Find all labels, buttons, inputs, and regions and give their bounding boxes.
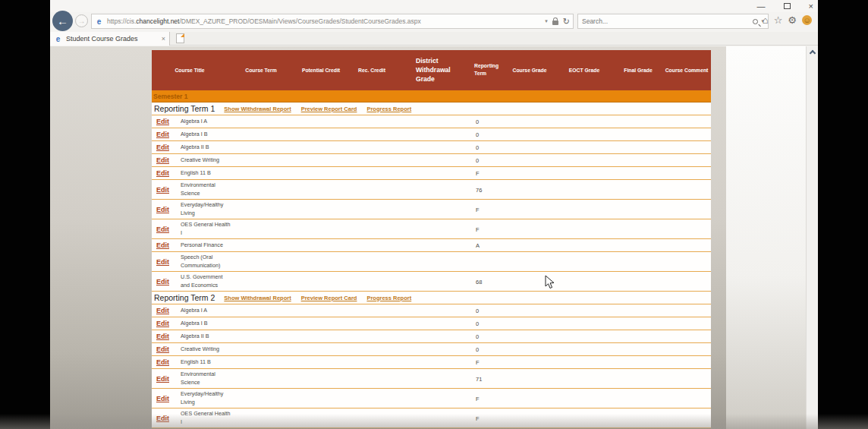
page-content: Course Title Course Term Potential Credi…: [50, 46, 806, 429]
vertical-scrollbar[interactable]: [806, 46, 818, 429]
search-icon[interactable]: [753, 19, 758, 24]
reporting-term-label: Reporting Term 1: [154, 104, 215, 113]
table-row: EditU.S. Government and Economics68: [152, 272, 711, 292]
edit-link[interactable]: Edit: [156, 186, 169, 194]
course-grades-table: Course Title Course Term Potential Credi…: [152, 50, 711, 428]
course-title-cell: Algebra I B: [181, 130, 310, 139]
search-box[interactable]: ▾: [577, 14, 769, 29]
table-row: EditAlgebra I B0: [152, 317, 711, 330]
course-title-cell: Everyday/Healthy Living: [181, 390, 310, 407]
course-title-cell: OES General Health I: [181, 220, 310, 238]
edit-link[interactable]: Edit: [156, 307, 169, 314]
forward-button[interactable]: →: [75, 14, 88, 27]
table-row: EditEveryday/Healthy LivingF: [152, 200, 711, 219]
table-row: EditCreative Writing0: [152, 154, 711, 167]
edit-link[interactable]: Edit: [156, 241, 169, 249]
show-withdrawal-report-link[interactable]: Show Withdrawal Report: [224, 106, 291, 112]
tab-student-course-grades[interactable]: e Student Course Grades ×: [50, 32, 170, 46]
course-title-cell: Personal Finance: [181, 241, 310, 250]
table-row: EditAlgebra I A0: [152, 304, 711, 317]
semester-bar: Semester 1: [152, 90, 711, 103]
table-row: EditEnglish 11 BF: [152, 356, 711, 369]
close-button[interactable]: ×: [809, 2, 813, 11]
grade-cell: F: [476, 170, 480, 177]
settings-gear-icon[interactable]: ⚙: [788, 15, 797, 25]
edit-link[interactable]: Edit: [156, 320, 169, 327]
search-input[interactable]: [582, 17, 753, 25]
page-favicon-icon: e: [95, 17, 103, 26]
course-title-cell: Algebra I A: [181, 306, 310, 315]
grade-cell: 76: [476, 186, 482, 193]
page-right-panel: [726, 46, 806, 429]
course-title-cell: Algebra I B: [181, 319, 310, 328]
table-row: EditAlgebra I B0: [152, 128, 711, 141]
grade-cell: 0: [476, 320, 479, 327]
edit-link[interactable]: Edit: [156, 395, 169, 402]
course-title-cell: Speech (Oral Communication): [181, 253, 310, 270]
show-withdrawal-report-link[interactable]: Show Withdrawal Report: [224, 295, 291, 301]
progress-report-link[interactable]: Progress Report: [366, 106, 411, 112]
semester-label: Semester 1: [153, 93, 187, 100]
edit-link[interactable]: Edit: [156, 169, 169, 177]
grade-cell: F: [476, 415, 480, 421]
course-title-cell: U.S. Government and Economics: [181, 273, 310, 290]
table-row: EditEnglish 11 BF: [152, 167, 711, 180]
column-header-course-term: Course Term: [231, 66, 291, 74]
refresh-icon[interactable]: ↻: [563, 17, 570, 26]
edit-link[interactable]: Edit: [156, 375, 169, 383]
edit-link[interactable]: Edit: [156, 358, 169, 366]
grade-cell: 0: [476, 131, 479, 138]
edit-link[interactable]: Edit: [156, 278, 169, 285]
url-text: https://cis.chancelight.net/DMEX_AZURE_P…: [107, 17, 542, 25]
edit-link[interactable]: Edit: [156, 144, 169, 151]
scrollbar-up-arrow-icon[interactable]: [807, 51, 819, 63]
home-icon[interactable]: ⌂: [763, 15, 769, 25]
edit-link[interactable]: Edit: [156, 226, 169, 233]
tab-close-icon[interactable]: ×: [162, 35, 165, 43]
edit-link[interactable]: Edit: [156, 118, 169, 125]
course-title-cell: Everyday/Healthy Living: [181, 200, 310, 218]
table-header-row: Course Title Course Term Potential Credi…: [152, 50, 711, 90]
preview-report-card-link[interactable]: Preview Report Card: [301, 295, 357, 301]
edit-link[interactable]: Edit: [156, 258, 169, 266]
address-dropdown-icon[interactable]: ▾: [545, 18, 548, 24]
course-title-cell: Algebra II B: [181, 332, 310, 341]
grade-cell: A: [476, 242, 480, 249]
course-title-cell: Environmental Science: [181, 181, 310, 198]
mouse-cursor: [545, 275, 555, 289]
column-header-course-comment: Course Comment: [662, 66, 711, 74]
restore-button[interactable]: [784, 3, 791, 9]
grade-cell: 0: [476, 157, 479, 164]
edit-link[interactable]: Edit: [156, 415, 169, 422]
preview-report-card-link[interactable]: Preview Report Card: [301, 106, 357, 112]
progress-report-link[interactable]: Progress Report: [366, 295, 411, 301]
table-row: EditOES General Health IF: [152, 219, 711, 239]
edit-link[interactable]: Edit: [156, 131, 169, 138]
favorites-star-icon[interactable]: ☆: [774, 15, 783, 25]
address-bar[interactable]: e https://cis.chancelight.net/DMEX_AZURE…: [91, 14, 574, 29]
grade-cell: 0: [476, 333, 479, 340]
edit-link[interactable]: Edit: [156, 206, 169, 213]
edit-link[interactable]: Edit: [156, 156, 169, 164]
new-tab-button[interactable]: [176, 33, 184, 43]
back-arrow-icon: ←: [57, 14, 68, 27]
edit-link[interactable]: Edit: [156, 333, 169, 340]
tab-favicon-icon: e: [54, 35, 62, 43]
course-title-cell: Creative Writing: [181, 156, 310, 165]
feedback-smiley-icon[interactable]: ☺: [802, 15, 812, 25]
course-title-cell: English 11 B: [181, 169, 310, 178]
table-row: EditEnvironmental Science76: [152, 180, 711, 200]
reporting-term-label: Reporting Term 2: [154, 293, 215, 302]
minimize-button[interactable]: —: [757, 2, 766, 11]
grade-cell: 68: [476, 278, 482, 285]
back-button[interactable]: ←: [52, 11, 73, 31]
table-row: EditSpeech (Oral Communication): [152, 252, 711, 272]
lock-icon: [552, 21, 558, 25]
reporting-term-row: Reporting Term 1Show Withdrawal ReportPr…: [152, 103, 711, 115]
grade-cell: F: [476, 226, 480, 232]
browser-window: — × ← → e https://cis.chancelight.net/DM…: [50, 0, 818, 429]
course-title-cell: OES General Health I: [181, 409, 310, 427]
column-header-reporting-term: Reporting Term: [474, 62, 505, 78]
table-row: EditAlgebra I A0: [152, 115, 711, 128]
edit-link[interactable]: Edit: [156, 345, 169, 353]
